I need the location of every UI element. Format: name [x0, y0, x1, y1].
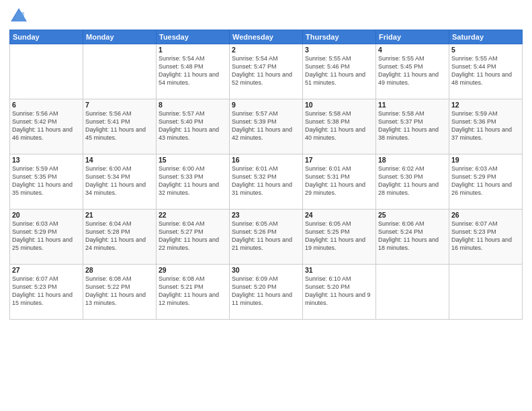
day-number: 13 — [12, 156, 81, 164]
day-number: 18 — [378, 156, 447, 164]
day-number: 7 — [85, 101, 154, 109]
day-cell: 10Sunrise: 5:58 AM Sunset: 5:38 PM Dayli… — [303, 99, 376, 154]
day-detail: Sunrise: 5:58 AM Sunset: 5:38 PM Dayligh… — [305, 109, 373, 142]
day-cell — [449, 265, 523, 320]
day-cell: 4Sunrise: 5:55 AM Sunset: 5:45 PM Daylig… — [376, 44, 449, 99]
day-number: 27 — [12, 266, 81, 274]
week-row-1: 1Sunrise: 5:54 AM Sunset: 5:48 PM Daylig… — [10, 44, 523, 99]
day-number: 19 — [451, 156, 520, 164]
day-detail: Sunrise: 5:55 AM Sunset: 5:45 PM Dayligh… — [378, 54, 447, 87]
day-detail: Sunrise: 5:56 AM Sunset: 5:42 PM Dayligh… — [12, 109, 81, 142]
day-detail: Sunrise: 6:08 AM Sunset: 5:21 PM Dayligh… — [159, 275, 227, 308]
day-detail: Sunrise: 5:56 AM Sunset: 5:41 PM Dayligh… — [85, 109, 154, 142]
day-detail: Sunrise: 6:00 AM Sunset: 5:33 PM Dayligh… — [159, 165, 227, 197]
day-number: 8 — [159, 101, 227, 109]
day-detail: Sunrise: 5:58 AM Sunset: 5:37 PM Dayligh… — [378, 109, 447, 142]
day-detail: Sunrise: 6:04 AM Sunset: 5:27 PM Dayligh… — [159, 220, 227, 253]
day-cell: 27Sunrise: 6:07 AM Sunset: 5:23 PM Dayli… — [10, 265, 83, 320]
page: SundayMondayTuesdayWednesdayThursdayFrid… — [0, 0, 532, 411]
day-number: 20 — [12, 211, 81, 219]
day-number: 14 — [85, 156, 154, 164]
day-cell: 28Sunrise: 6:08 AM Sunset: 5:22 PM Dayli… — [83, 265, 157, 320]
day-number: 11 — [378, 101, 447, 109]
day-detail: Sunrise: 5:55 AM Sunset: 5:46 PM Dayligh… — [305, 54, 373, 87]
weekday-saturday: Saturday — [449, 30, 523, 44]
week-row-2: 6Sunrise: 5:56 AM Sunset: 5:42 PM Daylig… — [10, 99, 523, 154]
week-row-3: 13Sunrise: 5:59 AM Sunset: 5:35 PM Dayli… — [10, 154, 523, 210]
day-number: 12 — [451, 101, 520, 109]
day-cell: 9Sunrise: 5:57 AM Sunset: 5:39 PM Daylig… — [230, 99, 303, 154]
day-cell: 31Sunrise: 6:10 AM Sunset: 5:20 PM Dayli… — [303, 265, 376, 320]
day-cell: 6Sunrise: 5:56 AM Sunset: 5:42 PM Daylig… — [10, 99, 83, 154]
weekday-thursday: Thursday — [303, 30, 376, 44]
day-cell: 19Sunrise: 6:03 AM Sunset: 5:29 PM Dayli… — [449, 154, 523, 210]
day-cell: 12Sunrise: 5:59 AM Sunset: 5:36 PM Dayli… — [449, 99, 523, 154]
day-detail: Sunrise: 5:55 AM Sunset: 5:44 PM Dayligh… — [451, 54, 520, 87]
day-number: 16 — [232, 156, 300, 164]
day-detail: Sunrise: 6:00 AM Sunset: 5:34 PM Dayligh… — [85, 165, 154, 197]
day-detail: Sunrise: 5:57 AM Sunset: 5:40 PM Dayligh… — [159, 109, 227, 142]
day-detail: Sunrise: 6:03 AM Sunset: 5:29 PM Dayligh… — [451, 165, 520, 197]
day-detail: Sunrise: 6:05 AM Sunset: 5:26 PM Dayligh… — [232, 220, 300, 253]
day-number: 24 — [305, 211, 373, 219]
day-cell: 5Sunrise: 5:55 AM Sunset: 5:44 PM Daylig… — [449, 44, 523, 99]
day-cell: 1Sunrise: 5:54 AM Sunset: 5:48 PM Daylig… — [157, 44, 230, 99]
week-row-4: 20Sunrise: 6:03 AM Sunset: 5:29 PM Dayli… — [10, 210, 523, 265]
day-cell: 26Sunrise: 6:07 AM Sunset: 5:23 PM Dayli… — [449, 210, 523, 265]
weekday-wednesday: Wednesday — [230, 30, 303, 44]
day-cell: 22Sunrise: 6:04 AM Sunset: 5:27 PM Dayli… — [157, 210, 230, 265]
day-detail: Sunrise: 5:54 AM Sunset: 5:48 PM Dayligh… — [159, 54, 227, 87]
day-cell: 2Sunrise: 5:54 AM Sunset: 5:47 PM Daylig… — [230, 44, 303, 99]
day-number: 5 — [451, 46, 520, 54]
day-number: 21 — [85, 211, 154, 219]
day-cell: 14Sunrise: 6:00 AM Sunset: 5:34 PM Dayli… — [83, 154, 157, 210]
day-detail: Sunrise: 5:57 AM Sunset: 5:39 PM Dayligh… — [232, 109, 300, 142]
day-detail: Sunrise: 6:06 AM Sunset: 5:24 PM Dayligh… — [378, 220, 447, 253]
day-cell: 18Sunrise: 6:02 AM Sunset: 5:30 PM Dayli… — [376, 154, 449, 210]
day-cell: 17Sunrise: 6:01 AM Sunset: 5:31 PM Dayli… — [303, 154, 376, 210]
day-cell: 24Sunrise: 6:05 AM Sunset: 5:25 PM Dayli… — [303, 210, 376, 265]
day-detail: Sunrise: 5:54 AM Sunset: 5:47 PM Dayligh… — [232, 54, 300, 87]
day-cell: 20Sunrise: 6:03 AM Sunset: 5:29 PM Dayli… — [10, 210, 83, 265]
day-number: 25 — [378, 211, 447, 219]
weekday-header-row: SundayMondayTuesdayWednesdayThursdayFrid… — [10, 30, 523, 44]
weekday-monday: Monday — [83, 30, 157, 44]
weekday-sunday: Sunday — [10, 30, 83, 44]
day-detail: Sunrise: 6:09 AM Sunset: 5:20 PM Dayligh… — [232, 275, 300, 308]
day-detail: Sunrise: 5:59 AM Sunset: 5:35 PM Dayligh… — [12, 165, 81, 197]
day-number: 30 — [232, 266, 300, 274]
day-number: 15 — [159, 156, 227, 164]
day-detail: Sunrise: 6:07 AM Sunset: 5:23 PM Dayligh… — [12, 275, 81, 308]
day-number: 2 — [232, 46, 300, 54]
day-number: 31 — [305, 266, 373, 274]
day-detail: Sunrise: 6:01 AM Sunset: 5:32 PM Dayligh… — [232, 165, 300, 197]
day-number: 4 — [378, 46, 447, 54]
calendar-table: SundayMondayTuesdayWednesdayThursdayFrid… — [9, 30, 523, 320]
day-number: 1 — [159, 46, 227, 54]
header — [9, 7, 523, 26]
day-cell: 23Sunrise: 6:05 AM Sunset: 5:26 PM Dayli… — [230, 210, 303, 265]
day-number: 26 — [451, 211, 520, 219]
day-cell: 7Sunrise: 5:56 AM Sunset: 5:41 PM Daylig… — [83, 99, 157, 154]
day-detail: Sunrise: 6:02 AM Sunset: 5:30 PM Dayligh… — [378, 165, 447, 197]
day-cell — [83, 44, 157, 99]
day-cell: 8Sunrise: 5:57 AM Sunset: 5:40 PM Daylig… — [157, 99, 230, 154]
day-number: 23 — [232, 211, 300, 219]
weekday-friday: Friday — [376, 30, 449, 44]
day-cell: 13Sunrise: 5:59 AM Sunset: 5:35 PM Dayli… — [10, 154, 83, 210]
day-detail: Sunrise: 5:59 AM Sunset: 5:36 PM Dayligh… — [451, 109, 520, 142]
logo-icon — [9, 7, 28, 26]
day-number: 9 — [232, 101, 300, 109]
day-cell: 16Sunrise: 6:01 AM Sunset: 5:32 PM Dayli… — [230, 154, 303, 210]
day-cell: 15Sunrise: 6:00 AM Sunset: 5:33 PM Dayli… — [157, 154, 230, 210]
day-number: 17 — [305, 156, 373, 164]
day-number: 29 — [159, 266, 227, 274]
logo — [9, 7, 31, 26]
day-cell — [10, 44, 83, 99]
day-number: 3 — [305, 46, 373, 54]
day-number: 6 — [12, 101, 81, 109]
svg-marker-1 — [16, 12, 24, 21]
day-number: 10 — [305, 101, 373, 109]
day-detail: Sunrise: 6:10 AM Sunset: 5:20 PM Dayligh… — [305, 275, 373, 308]
day-number: 28 — [85, 266, 154, 274]
